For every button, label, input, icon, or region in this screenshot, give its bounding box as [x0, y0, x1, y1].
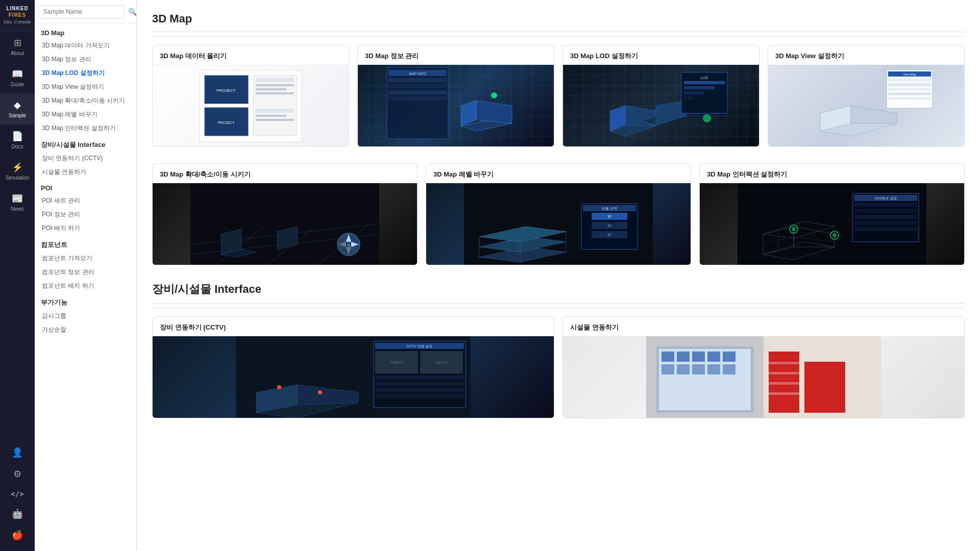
- svg-point-92: [792, 227, 796, 231]
- svg-marker-22: [476, 101, 512, 123]
- nav-item-simulation[interactable]: ⚡ Simulation: [0, 156, 35, 187]
- sidebar-section-3dmap: 3D Map: [35, 24, 136, 39]
- sidebar-item-comp-info[interactable]: 컴포넌트 정보 관리: [35, 265, 136, 279]
- svg-rect-11: [256, 115, 286, 117]
- svg-rect-9: [256, 92, 294, 94]
- svg-rect-101: [854, 221, 917, 225]
- nav-item-code[interactable]: </>: [0, 485, 35, 503]
- svg-rect-6: [256, 78, 294, 82]
- svg-rect-17: [388, 84, 447, 88]
- sidebar-item-poi-info[interactable]: POI 정보 관리: [35, 208, 136, 221]
- svg-rect-19: [388, 96, 447, 101]
- svg-rect-139: [769, 372, 799, 374]
- svg-rect-18: [388, 90, 447, 94]
- card-facility[interactable]: 시설물 연동하기: [562, 316, 965, 418]
- card-image-3dmap-view: View Map: [768, 65, 964, 146]
- android-icon: 🤖: [12, 508, 23, 519]
- svg-rect-137: [804, 362, 845, 413]
- sidebar-item-cctv[interactable]: 장비 연동하기 (CCTV): [35, 152, 136, 165]
- docs-icon: 📄: [12, 131, 23, 142]
- card-3dmap-level[interactable]: 3D Map 레벨 바꾸기: [426, 163, 691, 265]
- svg-rect-140: [769, 382, 799, 385]
- sidebar-item-3dmap-level[interactable]: 3D Map 레벨 바꾸기: [35, 108, 136, 121]
- sidebar-item-poi-place[interactable]: POI 배치 하기: [35, 221, 136, 235]
- card-title-cctv: 장비 연동하기 (CCTV): [153, 317, 554, 336]
- logo-linked: LINKED: [6, 6, 28, 11]
- logo-dev: Dev. Console: [4, 19, 31, 24]
- card-image-3dmap-info: MAP INFO: [358, 65, 554, 146]
- sidebar-item-comp-get[interactable]: 컴포넌트 가져오기: [35, 252, 136, 265]
- sidebar-item-3dmap-data[interactable]: 3D Map 데이터 가져오기: [35, 39, 136, 53]
- svg-point-35: [703, 114, 711, 122]
- guide-icon: 📖: [12, 68, 23, 80]
- nav-bottom: 👤 ⚙ </> 🤖 🍎: [0, 442, 35, 551]
- svg-rect-7: [256, 84, 294, 86]
- sidebar-item-3dmap-zoom[interactable]: 3D Map 확대/축소/이동 시키기: [35, 94, 136, 108]
- svg-text:CAM 1: CAM 1: [390, 360, 403, 365]
- sidebar-item-3dmap-info[interactable]: 3D Map 정보 관리: [35, 53, 136, 66]
- card-image-3dmap-level: 레벨 선택 1F 2F 3F: [426, 183, 691, 265]
- card-3dmap-lod[interactable]: 3D Map LOD 설정하기 LOD: [562, 45, 760, 147]
- card-title-3dmap-zoom: 3D Map 확대/축소/이동 시키기: [153, 164, 417, 183]
- nav-item-guide[interactable]: 📖 Guide: [0, 62, 35, 93]
- svg-rect-121: [375, 394, 464, 398]
- nav-item-user[interactable]: 👤: [0, 442, 35, 463]
- svg-point-94: [832, 233, 837, 237]
- svg-text:N: N: [348, 243, 350, 246]
- svg-rect-128: [707, 352, 720, 362]
- card-image-3dmap-interaction: 인터랙션 설정: [700, 183, 964, 265]
- section-divider-3dmap: [152, 36, 965, 37]
- search-button[interactable]: 🔍: [127, 6, 137, 17]
- card-3dmap-info[interactable]: 3D Map 정보 관리 MAP INFO: [357, 45, 554, 147]
- icon-nav: LINKED FIRES Dev. Console ⊞ About 📖 Guid…: [0, 0, 35, 551]
- code-icon: </>: [11, 490, 23, 498]
- sidebar-section-extra: 부가기능: [35, 293, 136, 309]
- svg-text:CCTV 연동 설정: CCTV 연동 설정: [407, 344, 433, 348]
- svg-text:MAP INFO: MAP INFO: [409, 72, 426, 76]
- svg-rect-130: [662, 364, 674, 374]
- sidebar-section-component: 컴포넌트: [35, 235, 136, 252]
- svg-text:3F: 3F: [607, 233, 611, 237]
- sidebar-item-3dmap-view[interactable]: 3D Map View 설정하기: [35, 80, 136, 94]
- card-3dmap-interaction[interactable]: 3D Map 인터랙션 설정하기: [699, 163, 965, 265]
- logo-fires: FIRES: [9, 12, 26, 18]
- sidebar-item-comp-place[interactable]: 컴포넌트 배치 하기: [35, 279, 136, 293]
- sidebar-item-watchgroup[interactable]: 감시그룹: [35, 309, 136, 323]
- nav-item-android[interactable]: 🤖: [0, 503, 35, 524]
- svg-rect-12: [256, 119, 294, 121]
- card-title-3dmap-level: 3D Map 레벨 바꾸기: [426, 164, 691, 183]
- nav-item-settings[interactable]: ⚙: [0, 463, 35, 485]
- card-3dmap-view[interactable]: 3D Map View 설정하기 View Map: [768, 45, 965, 147]
- sidebar-item-poi-set[interactable]: POI 세트 관리: [35, 194, 136, 208]
- search-input[interactable]: [39, 5, 125, 18]
- apple-icon: 🍎: [12, 530, 23, 541]
- svg-text:PROJECT: PROJECT: [218, 121, 235, 124]
- sample-icon: ◆: [14, 99, 21, 111]
- card-grid-3dmap-row2: 3D Map 확대/축소/이동 시키기: [152, 163, 965, 265]
- card-3dmap-zoom[interactable]: 3D Map 확대/축소/이동 시키기: [152, 163, 418, 265]
- nav-item-news[interactable]: 📰 News: [0, 187, 35, 218]
- svg-rect-102: [854, 227, 917, 231]
- sidebar-item-3dmap-lod[interactable]: 3D Map LOD 설정하기: [35, 66, 136, 80]
- nav-item-apple[interactable]: 🍎: [0, 524, 35, 546]
- nav-item-docs[interactable]: 📄 Docs: [0, 124, 35, 156]
- card-title-3dmap-upload: 3D Map 데이터 올리기: [153, 45, 349, 65]
- nav-item-about[interactable]: ⊞ About: [0, 31, 35, 62]
- sidebar-item-patrol[interactable]: 가상순찰: [35, 323, 136, 337]
- card-cctv[interactable]: 장비 연동하기 (CCTV) CCTV: [152, 316, 554, 418]
- svg-rect-132: [692, 364, 705, 374]
- svg-rect-129: [723, 352, 736, 362]
- nav-item-sample[interactable]: ◆ Sample: [0, 93, 35, 124]
- svg-rect-125: [662, 352, 674, 362]
- card-title-3dmap-interaction: 3D Map 인터랙션 설정하기: [700, 164, 964, 183]
- card-3dmap-upload[interactable]: 3D Map 데이터 올리기 PROJECT PROJECT: [152, 45, 349, 147]
- nav-label-simulation: Simulation: [6, 175, 30, 181]
- sidebar-item-3dmap-interaction[interactable]: 3D Map 인터랙션 설정하기: [35, 121, 136, 135]
- svg-text:인터랙션 설정: 인터랙션 설정: [874, 196, 897, 201]
- sidebar-item-facility[interactable]: 시설물 연동하기: [35, 165, 136, 179]
- svg-rect-100: [854, 215, 917, 219]
- search-bar: 🔍: [35, 0, 136, 24]
- section-divider-interface: [152, 308, 965, 308]
- sidebar-section-poi: POI: [35, 179, 136, 194]
- svg-rect-45: [888, 92, 931, 95]
